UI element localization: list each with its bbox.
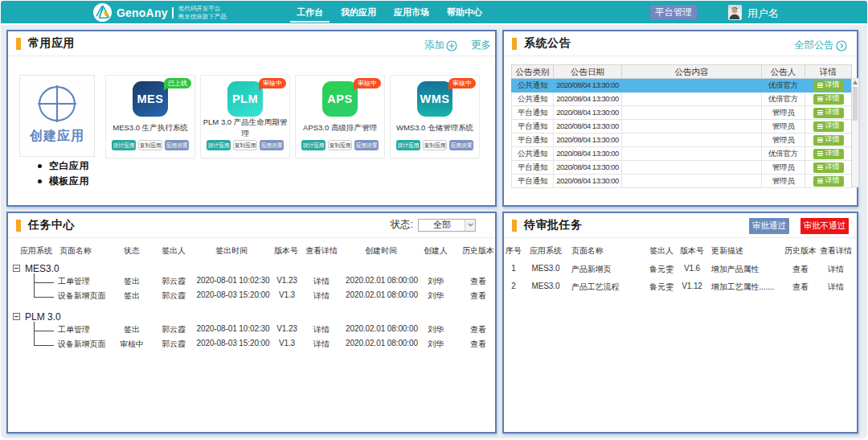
top-navbar: GenoAny 低代码开发平台 南京优倍旗下产品 工作台 我的应用 应用市场 帮… — [1, 1, 867, 23]
task-cell-page: 工单管理 — [58, 276, 90, 287]
copy-app-button[interactable]: 复制应用 — [423, 140, 447, 150]
app-settings-button[interactable]: 应用设置 — [165, 140, 189, 150]
bullet-dot-icon — [38, 179, 42, 183]
announcement-row[interactable]: 平台通知 2020/08/04 13:30:00 管理员 详情 — [512, 161, 852, 175]
announcement-row[interactable]: 平台通知 2020/08/04 13:30:00 管理员 详情 — [512, 175, 852, 188]
template-app-option[interactable]: 模板应用 — [38, 174, 89, 189]
app-settings-button[interactable]: 应用设置 — [354, 140, 379, 150]
task-row[interactable]: 设备新增页面签出郭云霞2020-08-03 15:20:00V1.3详情2020… — [8, 290, 495, 304]
announcement-row[interactable]: 公共通知 2020/08/04 13:30:00 优倍官方 详情 — [512, 79, 852, 93]
reject-button[interactable]: 审批不通过 — [800, 218, 849, 234]
scroll-up-arrow-icon[interactable] — [853, 80, 858, 84]
more-apps-link[interactable]: 更多 — [471, 39, 491, 52]
task-row[interactable]: 设备新增页面审核中郭云霞2020-08-03 15:20:00V1.3详情202… — [8, 338, 495, 352]
task-row[interactable]: 工单管理签出郭云霞2020-08-01 10:02:30V1.23详情2020.… — [8, 323, 495, 338]
approval-cell-system: MES3.0 — [514, 264, 578, 273]
approval-row[interactable]: 2MES3.0产品工艺流程鲁元雯V1.12增加工艺属性.......查看详情 — [504, 281, 857, 295]
tree-collapse-toggle[interactable] — [13, 313, 20, 320]
announcement-detail-button[interactable]: 详情 — [813, 176, 844, 186]
tree-collapse-toggle[interactable] — [13, 265, 20, 272]
app-title: PLM 3.0 产品生命周期管理 — [201, 117, 289, 140]
create-options: 空白应用 模板应用 — [38, 158, 89, 189]
copy-app-button[interactable]: 复制应用 — [328, 140, 352, 150]
platform-admin-button[interactable]: 平台管理 — [650, 5, 697, 20]
task-table-header: 应用系统页面名称状态签出人签出时间版本号查看详情创建时间创建人历史版本 — [8, 245, 495, 260]
approval-row[interactable]: 1MES3.0产品新增页鲁元雯V1.6增加产品属性查看详情 — [504, 263, 857, 278]
approval-cell-detail-link[interactable]: 详情 — [804, 282, 868, 293]
approvals-table-header: 序号应用系统页面名称签出人版本号更新描述历史版本查看详情 — [504, 245, 857, 260]
announcement-row[interactable]: 平台通知 2020/08/04 13:30:00 管理员 详情 — [512, 134, 852, 147]
col-publisher: 公告人 — [762, 65, 805, 79]
app-title: MES3.0 生产执行系统 — [111, 117, 189, 140]
app-icon: MES — [133, 81, 168, 117]
task-group-label: PLM 3.0 — [25, 311, 61, 323]
tree-line-branch — [34, 331, 54, 331]
pending-approvals-title: 待审批任务 — [524, 218, 583, 232]
navbar-right: 平台管理 用户名 — [1, 1, 868, 24]
app-card[interactable]: 审核中 PLM PLM 3.0 产品生命周期管理 设计应用 复制应用 应用设置 — [200, 75, 290, 158]
task-cell-page: 工单管理 — [58, 324, 90, 335]
announcement-detail-button[interactable]: 详情 — [813, 135, 844, 145]
app-settings-button[interactable]: 应用设置 — [449, 140, 473, 150]
task-row[interactable]: 工单管理签出郭云霞2020-08-01 10:02:30V1.23详情2020.… — [8, 275, 495, 290]
approval-cell-page: 产品工艺流程 — [571, 282, 619, 293]
list-icon — [817, 83, 823, 88]
announcement-detail-button[interactable]: 详情 — [813, 108, 844, 117]
announcement-row[interactable]: 平台通知 2020/08/04 13:30:00 管理员 详情 — [512, 106, 852, 120]
orange-bar-icon — [512, 220, 517, 232]
announcement-detail-button[interactable]: 详情 — [813, 121, 844, 131]
user-avatar[interactable] — [728, 5, 742, 20]
orange-bar-icon — [16, 38, 21, 50]
design-app-button[interactable]: 设计应用 — [396, 140, 420, 150]
announcements-title: 系统公告 — [524, 36, 571, 51]
col-content: 公告内容 — [622, 65, 762, 79]
scrollbar-thumb[interactable] — [853, 87, 858, 121]
common-apps-title: 常用应用 — [28, 36, 75, 51]
announcements-scrollbar[interactable] — [851, 78, 859, 187]
announcement-detail-button[interactable]: 详情 — [813, 94, 844, 104]
add-app-link[interactable]: 添加 — [424, 39, 457, 52]
orange-bar-icon — [512, 38, 517, 50]
list-icon — [817, 151, 823, 157]
task-group-label: MES3.0 — [25, 263, 59, 274]
announcement-detail-button[interactable]: 详情 — [813, 162, 844, 172]
approval-cell-page: 产品新增页 — [571, 264, 612, 275]
app-status-badge: 审核中 — [448, 78, 476, 88]
list-icon — [817, 110, 823, 116]
app-status-badge: 审核中 — [259, 78, 286, 88]
announcement-row[interactable]: 公共通知 2020/08/04 13:30:00 优倍官方 详情 — [512, 147, 852, 161]
announcements-panel: 系统公告 全部公告 公告类别 公告日期 公告内容 公告人 详情 公共通知 202… — [502, 30, 858, 207]
approval-col-header: 应用系统 — [514, 245, 578, 257]
design-app-button[interactable]: 设计应用 — [112, 140, 136, 150]
copy-app-button[interactable]: 复制应用 — [233, 140, 257, 150]
col-category: 公告类别 — [512, 65, 554, 79]
create-app-label: 创建应用 — [30, 128, 84, 145]
status-select[interactable]: 全部 — [418, 219, 476, 232]
circle-chevron-right-icon — [836, 40, 847, 51]
announcement-detail-button[interactable]: 详情 — [813, 149, 844, 158]
apps-row: 创建应用 已上线 MES MES3.0 生产执行系统 设计应用 复制应用 应用设… — [19, 75, 485, 158]
select-arrow-icon[interactable] — [465, 220, 475, 231]
bullet-dot-icon — [38, 164, 42, 168]
blank-app-option[interactable]: 空白应用 — [38, 158, 89, 174]
create-app-card[interactable]: 创建应用 — [19, 75, 95, 157]
username-label[interactable]: 用户名 — [747, 6, 779, 21]
approve-button[interactable]: 审批通过 — [749, 218, 789, 234]
announcement-row[interactable]: 平台通知 2020/08/04 13:30:00 管理员 详情 — [512, 120, 852, 134]
design-app-button[interactable]: 设计应用 — [301, 140, 326, 150]
announcement-row[interactable]: 公共通知 2020/08/04 13:30:00 优倍官方 详情 — [512, 93, 852, 106]
copy-app-button[interactable]: 复制应用 — [138, 140, 162, 150]
app-status-badge: 审核中 — [354, 78, 381, 88]
announcement-detail-button[interactable]: 详情 — [813, 80, 844, 90]
app-card[interactable]: 审核中 WMS WMS3.0 仓储管理系统 设计应用 复制应用 应用设置 — [390, 75, 480, 158]
status-filter-label: 状态: — [391, 218, 413, 232]
app-settings-button[interactable]: 应用设置 — [260, 140, 284, 150]
orange-bar-icon — [16, 220, 21, 232]
approval-col-header: 页面名称 — [571, 245, 604, 257]
approval-cell-detail-link[interactable]: 详情 — [804, 264, 868, 275]
all-announcements-link[interactable]: 全部公告 — [794, 39, 847, 52]
app-card[interactable]: 已上线 MES MES3.0 生产执行系统 设计应用 复制应用 应用设置 — [105, 75, 195, 158]
app-title: WMS3.0 仓储管理系统 — [395, 117, 475, 140]
app-card[interactable]: 审核中 APS APS3.0 高级排产管理 设计应用 复制应用 应用设置 — [295, 75, 385, 158]
design-app-button[interactable]: 设计应用 — [207, 140, 231, 150]
